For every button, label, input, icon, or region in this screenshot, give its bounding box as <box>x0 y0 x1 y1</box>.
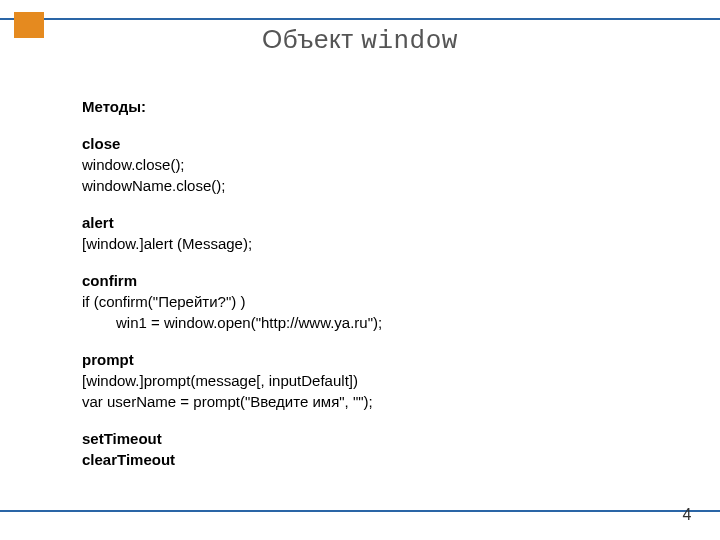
slide-title: Объект window <box>0 24 720 56</box>
methods-heading: Методы: <box>82 96 642 117</box>
top-rule <box>0 18 720 20</box>
title-text: Объект <box>262 24 361 54</box>
close-line-1: window.close(); <box>82 154 642 175</box>
cleartimeout-heading: clearTimeout <box>82 449 642 470</box>
confirm-line-1: if (confirm("Перейти?") ) <box>82 291 642 312</box>
settimeout-heading: setTimeout <box>82 428 642 449</box>
prompt-line-2: var userName = prompt("Введите имя", "")… <box>82 391 642 412</box>
page-number-box: 4 <box>672 494 702 530</box>
prompt-heading: prompt <box>82 349 642 370</box>
confirm-heading: confirm <box>82 270 642 291</box>
alert-line-1: [window.]alert (Message); <box>82 233 642 254</box>
page-number: 4 <box>672 506 702 524</box>
confirm-line-2: win1 = window.open("http://www.ya.ru"); <box>82 312 642 333</box>
close-heading: close <box>82 133 642 154</box>
close-line-2: windowName.close(); <box>82 175 642 196</box>
slide: Объект window Методы: close window.close… <box>0 0 720 540</box>
title-code: window <box>361 26 458 56</box>
bottom-rule <box>0 510 720 512</box>
prompt-line-1: [window.]prompt(message[, inputDefault]) <box>82 370 642 391</box>
slide-content: Методы: close window.close(); windowName… <box>82 96 642 470</box>
alert-heading: alert <box>82 212 642 233</box>
